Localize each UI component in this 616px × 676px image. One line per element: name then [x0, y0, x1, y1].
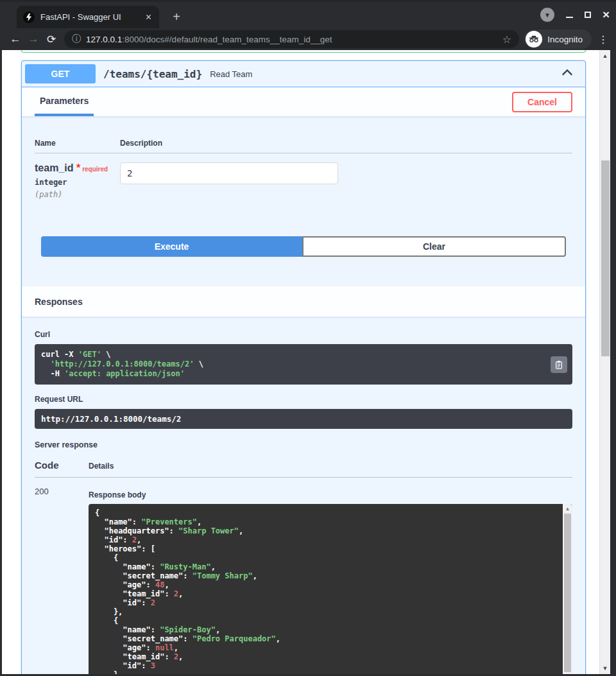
response-body-block: { "name": "Preventers", "headquarters": … [89, 504, 572, 674]
url-path: :8000/docs#/default/read_team_teams__tea… [122, 35, 332, 44]
column-header-code: Code [35, 460, 89, 471]
execute-button[interactable]: Execute [41, 236, 302, 257]
bookmark-star-icon[interactable]: ☆ [502, 33, 511, 46]
scroll-up-icon[interactable]: ▲ [563, 504, 572, 513]
parameter-name: team_id *required [35, 162, 120, 174]
browser-toolbar: ← → ⟳ ⓘ 127.0.0.1:8000/docs#/default/rea… [0, 28, 616, 50]
curl-label: Curl [35, 330, 572, 339]
parameters-body: Name Description team_id *required integ… [22, 117, 585, 286]
team-id-input[interactable] [120, 162, 338, 184]
page-scrollbar[interactable]: ▲ ▼ [599, 50, 610, 674]
tab-title: FastAPI - Swagger UI [40, 12, 144, 22]
parameters-section-header: Parameters Cancel [22, 87, 585, 117]
parameter-type: integer [35, 178, 120, 187]
cancel-button[interactable]: Cancel [512, 92, 572, 112]
curl-command: curl -X 'GET' \ 'http://127.0.0.1:8000/t… [41, 350, 547, 379]
required-asterisk: * [76, 162, 80, 173]
response-code: 200 [35, 487, 89, 674]
responses-body: Curl curl -X 'GET' \ 'http://127.0.0.1:8… [22, 317, 585, 674]
parameter-location: (path) [35, 190, 120, 199]
page-scrollbar-thumb[interactable] [601, 160, 610, 356]
response-scrollbar[interactable]: ▲ [563, 504, 572, 674]
url-text: 127.0.0.1:8000/docs#/default/read_team_t… [86, 35, 502, 44]
column-header-details: Details [89, 462, 114, 471]
method-badge: GET [25, 64, 96, 83]
clear-button[interactable]: Clear [302, 236, 566, 257]
new-tab-button[interactable]: + [168, 8, 185, 25]
endpoint-path: /teams/{team_id} [103, 68, 202, 80]
incognito-icon [526, 31, 542, 48]
incognito-label: Incognito [547, 35, 583, 44]
endpoint-summary: Read Team [210, 69, 561, 79]
forward-icon[interactable]: → [24, 33, 42, 46]
collapse-chevron-icon[interactable] [561, 68, 573, 80]
tab-search-icon[interactable]: ▼ [540, 8, 554, 22]
column-header-description: Description [120, 139, 162, 148]
curl-block: curl -X 'GET' \ 'http://127.0.0.1:8000/t… [35, 344, 572, 385]
window-close-button[interactable]: × [603, 10, 610, 19]
url-host: 127.0.0.1 [86, 35, 122, 44]
back-icon[interactable]: ← [6, 33, 24, 46]
response-body-json: { "name": "Preventers", "headquarters": … [89, 504, 572, 674]
responses-heading: Responses [35, 297, 83, 307]
column-header-name: Name [35, 139, 120, 148]
browser-tab-bar: FastAPI - Swagger UI × + ▼ × [0, 0, 616, 28]
url-bar[interactable]: ⓘ 127.0.0.1:8000/docs#/default/read_team… [64, 30, 519, 48]
endpoint-summary-row[interactable]: GET /teams/{team_id} Read Team [22, 61, 585, 87]
site-info-icon[interactable]: ⓘ [72, 33, 81, 45]
parameter-row: team_id *required integer (path) [35, 153, 572, 199]
tab-parameters[interactable]: Parameters [35, 87, 94, 116]
response-scrollbar-thumb[interactable] [564, 514, 571, 672]
previous-endpoint-edge [21, 50, 586, 53]
copy-to-clipboard-icon[interactable] [551, 356, 567, 373]
opblock-get-teams-team-id: GET /teams/{team_id} Read Team Parameter… [21, 60, 586, 674]
tab-close-icon[interactable]: × [144, 12, 153, 22]
incognito-badge: Incognito [524, 30, 592, 49]
browser-menu-icon[interactable]: ⋮ [597, 33, 610, 46]
browser-tab[interactable]: FastAPI - Swagger UI × [17, 6, 159, 28]
responses-section-header: Responses [22, 286, 585, 317]
window-maximize-button[interactable] [585, 12, 591, 18]
scroll-down-icon[interactable]: ▼ [600, 664, 610, 673]
response-row: 200 Response body { "name": "Preventers"… [35, 487, 572, 674]
request-url-value: http://127.0.0.1:8000/teams/2 [35, 409, 572, 429]
request-url-label: Request URL [35, 395, 572, 404]
scroll-up-icon[interactable]: ▲ [600, 51, 610, 60]
response-body-label: Response body [89, 490, 572, 499]
reload-icon[interactable]: ⟳ [42, 33, 60, 46]
server-response-label: Server response [35, 440, 572, 449]
window-minimize-button[interactable] [566, 17, 573, 18]
required-label: required [82, 166, 108, 173]
fastapi-favicon-icon [23, 12, 35, 23]
swagger-page: GET /teams/{team_id} Read Team Parameter… [2, 50, 610, 674]
